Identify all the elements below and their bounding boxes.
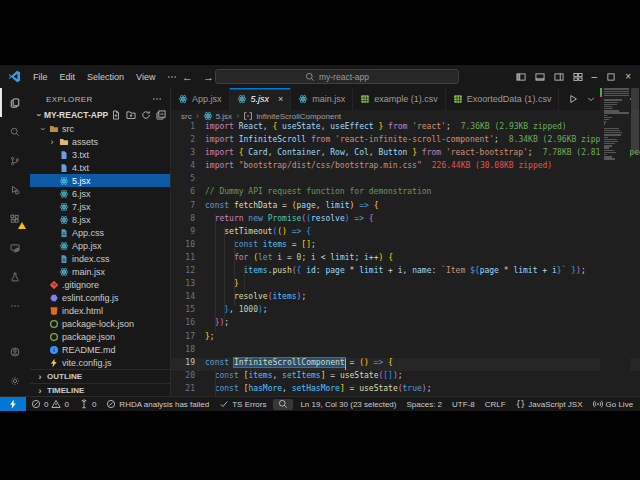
run-file-button[interactable]	[568, 94, 578, 104]
file-tree-item-app-jsx[interactable]: App.jsx	[30, 239, 170, 252]
chevron-right-icon[interactable]: ›	[48, 137, 56, 147]
activity-more-views[interactable]	[0, 291, 29, 320]
customize-layout-button[interactable]	[573, 72, 583, 82]
search-marketplace-button[interactable]	[273, 399, 293, 410]
back-arrow[interactable]: ←	[182, 71, 193, 83]
toggle-sidebar-button[interactable]	[516, 72, 526, 82]
cursor-position[interactable]: Ln 19, Col 30 (23 selected)	[295, 397, 401, 411]
ts-errors-status[interactable]: TS Errors	[214, 397, 271, 411]
activity-search[interactable]	[0, 117, 29, 146]
file-tree-item-readme-md[interactable]: README.md	[30, 343, 170, 356]
menu-edit[interactable]: Edit	[54, 69, 82, 85]
search-icon	[305, 72, 315, 82]
encoding[interactable]: UTF-8	[447, 397, 480, 411]
command-center-search[interactable]: my-react-app	[215, 69, 459, 84]
file-tree-item-eslint-config-js[interactable]: eslint.config.js	[30, 291, 170, 304]
run-dropdown[interactable]	[586, 94, 596, 104]
line-number: 3	[171, 148, 195, 157]
menu-file[interactable]: File	[27, 69, 54, 85]
code-editor[interactable]: 1import React, { useState, useEffect } f…	[171, 122, 640, 397]
activity-run-debug[interactable]	[0, 175, 29, 204]
close-tab-icon[interactable]: ×	[278, 94, 283, 104]
file-tree-item-3-txt[interactable]: 3.txt	[30, 148, 170, 161]
activity-extensions[interactable]	[0, 204, 29, 233]
tab-app-jsx[interactable]: App.jsx	[171, 88, 230, 110]
bolt-icon	[8, 399, 18, 409]
section-outline[interactable]: ›OUTLINE	[30, 369, 170, 383]
file-tree-item-6-jsx[interactable]: 6.jsx	[30, 187, 170, 200]
rhda-status[interactable]: RHDA analysis has failed	[101, 397, 214, 411]
project-row[interactable]: › MY-REACT-APP	[30, 107, 170, 122]
tab-5-jsx[interactable]: 5.jsx×	[230, 88, 292, 110]
project-name: MY-REACT-APP	[44, 110, 108, 120]
editor-scrollbar[interactable]	[630, 88, 640, 397]
maximize-button[interactable]	[606, 72, 616, 82]
new-folder-button[interactable]	[126, 110, 136, 120]
go-live-button[interactable]: Go Live	[588, 397, 639, 411]
tab-main-jsx[interactable]: main.jsx	[291, 88, 353, 110]
file-tree-item-package-lock-json[interactable]: package-lock.json	[30, 317, 170, 330]
activity-settings[interactable]	[0, 366, 29, 395]
minimize-button[interactable]: –	[592, 71, 598, 82]
file-tree-item-package-json[interactable]: package.json	[30, 330, 170, 343]
breadcrumb-item-src[interactable]: src	[181, 112, 192, 121]
toggle-panel-button[interactable]	[535, 72, 545, 82]
file-tree-item-index-css[interactable]: index.css	[30, 252, 170, 265]
close-window-button[interactable]: ×	[625, 71, 631, 82]
eol-sequence[interactable]: CRLF	[480, 397, 511, 411]
menu-more[interactable]	[161, 69, 183, 85]
forward-arrow[interactable]: →	[203, 71, 214, 83]
activity-source-control[interactable]	[0, 146, 29, 175]
menu-selection[interactable]: Selection	[81, 69, 130, 85]
status-text: 0	[92, 400, 96, 409]
file-tree-item--gitignore[interactable]: .gitignore	[30, 278, 170, 291]
explorer-more-button[interactable]	[152, 94, 162, 104]
section-label: OUTLINE	[47, 372, 82, 381]
check-icon	[219, 399, 229, 409]
split-editor-layout-button[interactable]	[554, 72, 564, 82]
scrollbar-thumb[interactable]	[631, 88, 639, 154]
file-tree-item-app-css[interactable]: App.css	[30, 226, 170, 239]
activity-testing[interactable]	[0, 262, 29, 291]
problems-button[interactable]: 00	[26, 397, 74, 411]
symbol-icon	[243, 111, 253, 121]
tab-example-1-csv[interactable]: example (1).csv	[353, 88, 446, 110]
breadcrumb-item-infinitescrollcomponent[interactable]: InfiniteScrollComponent	[243, 111, 341, 121]
file-tree-item-7-jsx[interactable]: 7.jsx	[30, 200, 170, 213]
import-cost-annotation: 226.44KB (30.08KB zipped)	[432, 161, 552, 170]
line-number: 10	[171, 240, 195, 249]
minimap[interactable]	[600, 88, 630, 397]
ports-button[interactable]: 0	[74, 397, 101, 411]
code-line-15: 15 }, 1000);	[171, 305, 640, 318]
new-file-button[interactable]	[111, 110, 121, 120]
collapse-folders-button[interactable]	[156, 110, 166, 120]
explorer-more-icon[interactable]	[152, 94, 162, 104]
refresh-explorer-button[interactable]	[141, 110, 151, 120]
file-tree-item-vite-config-js[interactable]: vite.config.js	[30, 356, 170, 369]
breadcrumb-item-5-jsx[interactable]: 5.jsx	[203, 111, 232, 121]
info-icon	[49, 345, 59, 355]
section-timeline[interactable]: ›TIMELINE	[30, 383, 170, 397]
file-tree-item-index-html[interactable]: index.html	[30, 304, 170, 317]
status-bar: 000RHDA analysis has failedTS Errors Ln …	[0, 396, 640, 411]
menu-view[interactable]: View	[130, 69, 161, 85]
indentation[interactable]: Spaces: 2	[401, 397, 447, 411]
tab-exoorteddata-1-csv[interactable]: ExoortedData (1).csv	[446, 88, 560, 110]
remote-button[interactable]	[0, 397, 26, 411]
language-mode[interactable]: {}JavaScript JSX	[511, 397, 588, 411]
file-tree-item-src[interactable]: ›src	[30, 122, 170, 135]
status-left: 000RHDA analysis has failedTS Errors	[0, 397, 295, 411]
file-tree-item-8-jsx[interactable]: 8.jsx	[30, 213, 170, 226]
file-tree-item-main-jsx[interactable]: main.jsx	[30, 265, 170, 278]
file-tree-item-5-jsx[interactable]: 5.jsx	[30, 174, 170, 187]
activity-accounts[interactable]	[0, 337, 29, 366]
activity-explorer[interactable]	[0, 88, 29, 117]
file-tree-item-4-txt[interactable]: 4.txt	[30, 161, 170, 174]
code-line-17: 17};	[171, 332, 640, 345]
line-number: 21	[171, 384, 195, 393]
file-label: src	[62, 124, 74, 134]
file-label: 3.txt	[72, 150, 89, 160]
chevron-down-icon[interactable]: ›	[38, 124, 46, 134]
activity-remote-explorer[interactable]	[0, 233, 29, 262]
file-tree-item-assets[interactable]: ›assets	[30, 135, 170, 148]
